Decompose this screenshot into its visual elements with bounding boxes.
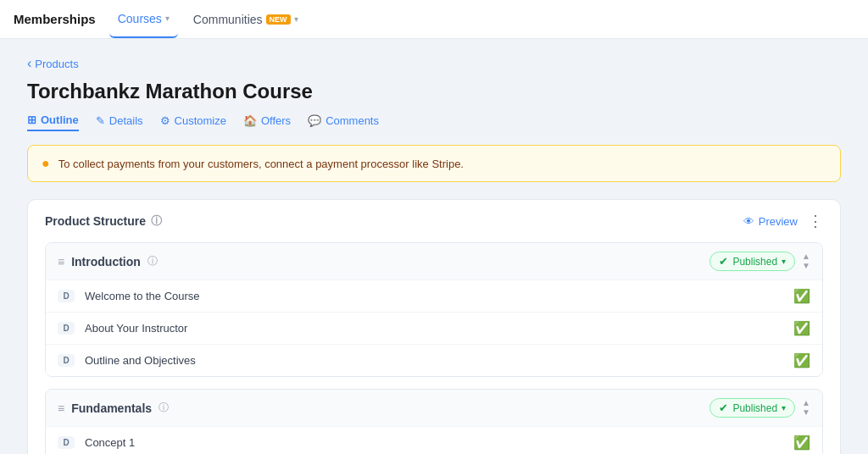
gear-icon: ⚙ — [160, 114, 170, 127]
product-structure-header: Product Structure ⓘ 👁 Preview ⋮ — [45, 213, 823, 229]
eye-icon: 👁 — [743, 215, 754, 228]
lesson-row: D About Your Instructor ✅ — [46, 312, 822, 344]
section-introduction-name: Introduction — [71, 255, 141, 269]
lesson-left: D Outline and Objectives — [58, 354, 196, 367]
lesson-left: D About Your Instructor — [58, 322, 187, 335]
nav-communities[interactable]: Communities New ▾ — [185, 0, 307, 38]
check-circle-icon: ✔ — [719, 255, 728, 268]
tab-bar: ⊞ Outline ✎ Details ⚙ Customize 🏠 Offers… — [27, 114, 841, 131]
lesson-title: Welcome to the Course — [85, 290, 200, 302]
drag-handle-icon-2[interactable]: ≡ — [58, 401, 64, 415]
lesson-type-badge: D — [58, 322, 75, 335]
top-nav: Memberships Courses ▾ Communities New ▾ — [0, 0, 868, 39]
warning-icon: ● — [42, 156, 50, 171]
tab-comments-label: Comments — [326, 114, 379, 127]
section-introduction-title-area: ≡ Introduction ⓘ — [58, 254, 158, 269]
info-icon[interactable]: ⓘ — [151, 213, 162, 229]
section-info-icon[interactable]: ⓘ — [147, 254, 158, 269]
lesson-check-icon: ✅ — [793, 352, 810, 368]
lesson-type-badge: D — [58, 290, 75, 302]
new-badge: New — [266, 14, 291, 25]
page-title: Torchbankz Marathon Course — [27, 80, 841, 103]
lesson-row: D Outline and Objectives ✅ — [46, 344, 822, 376]
chevron-down-icon: ▾ — [165, 14, 170, 23]
published-label-2: Published — [732, 402, 777, 414]
arrow-down-icon: ▼ — [802, 262, 810, 270]
lesson-title: Outline and Objectives — [85, 354, 196, 367]
lesson-type-badge: D — [58, 354, 75, 367]
lesson-title: Concept 1 — [85, 436, 135, 449]
arrow-up-icon-2: ▲ — [802, 399, 810, 407]
lesson-title: About Your Instructor — [85, 322, 187, 335]
section-fundamentals-header: ≡ Fundamentals ⓘ ✔ Published ▾ ▲ ▼ — [46, 390, 822, 426]
product-structure-card: Product Structure ⓘ 👁 Preview ⋮ ≡ Introd… — [27, 199, 841, 454]
breadcrumb[interactable]: Products — [27, 56, 841, 71]
alert-text: To collect payments from your customers,… — [58, 158, 464, 170]
lesson-type-badge: D — [58, 436, 75, 449]
lesson-check-icon: ✅ — [793, 435, 810, 451]
preview-button[interactable]: 👁 Preview — [743, 215, 798, 228]
tab-outline-label: Outline — [41, 114, 79, 126]
section-fundamentals-actions: ✔ Published ▾ ▲ ▼ — [709, 398, 810, 418]
tab-details-label: Details — [109, 114, 143, 127]
lesson-left: D Welcome to the Course — [58, 290, 200, 302]
sort-arrows-introduction[interactable]: ▲ ▼ — [802, 252, 810, 270]
lesson-left: D Concept 1 — [58, 436, 135, 449]
alert-banner: ● To collect payments from your customer… — [27, 145, 841, 182]
chevron-down-icon-2: ▾ — [294, 14, 298, 24]
product-structure-actions: 👁 Preview ⋮ — [743, 213, 823, 229]
page-content: Products Torchbankz Marathon Course ⊞ Ou… — [0, 39, 868, 454]
more-options-button[interactable]: ⋮ — [808, 213, 823, 229]
tab-customize-label: Customize — [175, 114, 226, 127]
lesson-check-icon: ✅ — [793, 320, 810, 336]
section-fundamentals-title-area: ≡ Fundamentals ⓘ — [58, 401, 169, 415]
nav-courses[interactable]: Courses ▾ — [109, 0, 178, 38]
tab-outline[interactable]: ⊞ Outline — [27, 114, 79, 131]
lesson-check-icon: ✅ — [793, 288, 810, 304]
breadcrumb-label: Products — [35, 58, 78, 70]
arrow-down-icon-2: ▼ — [802, 408, 810, 417]
chevron-icon: ▾ — [782, 257, 786, 266]
tab-offers-label: Offers — [261, 114, 291, 127]
section-introduction-header: ≡ Introduction ⓘ ✔ Published ▾ ▲ ▼ — [46, 243, 822, 280]
product-structure-title: Product Structure ⓘ — [45, 213, 162, 229]
published-badge-fundamentals[interactable]: ✔ Published ▾ — [709, 398, 795, 418]
sort-arrows-fundamentals[interactable]: ▲ ▼ — [802, 399, 810, 417]
drag-handle-icon[interactable]: ≡ — [58, 255, 64, 269]
section-fundamentals: ≡ Fundamentals ⓘ ✔ Published ▾ ▲ ▼ — [45, 389, 823, 454]
check-circle-icon-2: ✔ — [719, 401, 728, 414]
tab-comments[interactable]: 💬 Comments — [308, 114, 379, 130]
published-badge-introduction[interactable]: ✔ Published ▾ — [709, 252, 795, 271]
section-info-icon-2[interactable]: ⓘ — [159, 401, 169, 415]
lesson-row: D Welcome to the Course ✅ — [46, 280, 822, 312]
outline-icon: ⊞ — [27, 114, 36, 126]
tab-offers[interactable]: 🏠 Offers — [243, 114, 291, 130]
tab-customize[interactable]: ⚙ Customize — [160, 114, 226, 130]
brand-label: Memberships — [14, 12, 96, 26]
comments-icon: 💬 — [308, 114, 321, 127]
lesson-row: D Concept 1 ✅ — [46, 426, 822, 454]
pencil-icon: ✎ — [96, 114, 105, 127]
section-introduction-actions: ✔ Published ▾ ▲ ▼ — [709, 252, 810, 271]
published-label: Published — [732, 256, 777, 268]
preview-label: Preview — [759, 215, 798, 228]
arrow-up-icon: ▲ — [802, 252, 810, 261]
section-introduction: ≡ Introduction ⓘ ✔ Published ▾ ▲ ▼ — [45, 242, 823, 377]
product-structure-label: Product Structure — [45, 214, 146, 228]
chevron-icon-2: ▾ — [782, 403, 786, 412]
section-fundamentals-name: Fundamentals — [71, 401, 152, 415]
offers-icon: 🏠 — [243, 114, 257, 127]
nav-courses-label: Courses — [118, 12, 162, 25]
nav-communities-label: Communities — [193, 13, 263, 26]
tab-details[interactable]: ✎ Details — [96, 114, 143, 130]
